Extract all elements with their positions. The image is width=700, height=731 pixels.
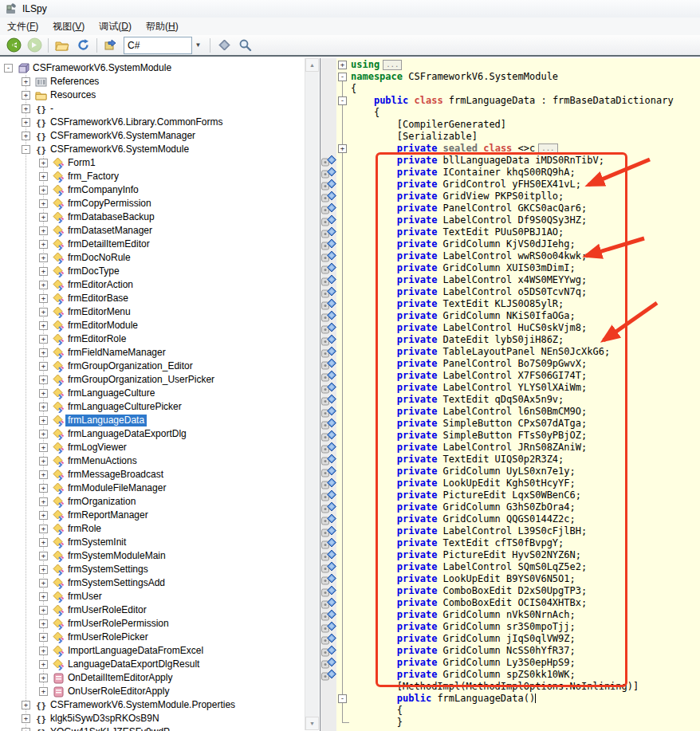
tree-item[interactable]: +OnUserRoleEditorApply [0,685,307,698]
tree-expander[interactable]: + [22,91,30,100]
tree-item[interactable]: +{}- [0,102,307,116]
tree-item[interactable]: +frmLanguageCulturePicker [0,400,307,414]
tree-expander[interactable]: + [39,294,48,303]
tree-item[interactable]: +frmSystemInit [0,536,307,549]
tree-item[interactable]: +frmOrganization [0,495,307,509]
tree-expander[interactable]: + [39,443,48,452]
tree-item[interactable]: +frmSystemSettingsAdd [0,576,307,590]
tree-item[interactable]: +OnDetailItemEditorApply [0,671,307,685]
tree-expander[interactable]: + [39,552,48,560]
tree-expander[interactable]: + [39,660,48,669]
refresh-button[interactable] [73,37,92,54]
tree-expander[interactable]: + [39,579,48,588]
tree-item[interactable]: +{}klgk5iSywD3spRKOsB9N [0,712,307,725]
tree-expander[interactable]: + [39,281,48,289]
tree-expander[interactable]: + [22,714,30,723]
tree-expander[interactable]: + [39,511,48,520]
tree-expander[interactable]: + [39,457,48,466]
tree-expander[interactable]: + [39,647,48,655]
tree-item[interactable]: +frmGroupOrganization_UserPicker [0,373,307,387]
fold-toggle[interactable]: - [338,694,347,703]
tree-item[interactable]: +frmLanguageDataExportDlg [0,427,307,441]
assembly-list-button[interactable] [101,37,120,54]
tree-expander[interactable]: + [22,77,30,86]
tree-expander[interactable]: + [39,687,48,696]
tree-item[interactable]: +frmUserRolePicker [0,631,307,644]
tree-expander[interactable]: + [39,375,48,384]
tree-expander[interactable]: + [39,159,48,167]
forward-button[interactable] [25,37,44,54]
tree-item[interactable]: +frm_Factory [0,170,307,183]
tree-expander[interactable]: + [39,240,48,249]
tree-expander[interactable]: + [39,389,48,398]
tree-item[interactable]: +{}YOGw41SxKLJZESFv9wdP [0,725,307,731]
tree-expander[interactable]: + [39,565,48,574]
tree-expander[interactable]: + [39,267,48,276]
tree-expander[interactable]: + [22,701,30,709]
tree-item[interactable]: +frmEditorModule [0,319,307,332]
tree-item[interactable]: -CSFrameworkV6.SystemModule [0,61,307,75]
fold-toggle[interactable]: + [338,144,347,153]
tree-expander[interactable]: + [39,335,48,344]
tree-item[interactable]: +frmDocType [0,265,307,278]
tree-item[interactable]: +{}CSFrameworkV6.Library.CommonForms [0,116,307,129]
tree-expander[interactable]: + [39,362,48,371]
tree-item[interactable]: +{}CSFrameworkV6.SystemManager [0,129,307,143]
tree-expander[interactable]: + [39,497,48,506]
tree-expander[interactable]: + [22,728,30,731]
tree-item[interactable]: +frmReportManager [0,509,307,522]
tree-item[interactable]: +frmCopyPermission [0,197,307,210]
tree-item[interactable]: +frmSystemModuleMain [0,549,307,563]
collapsed-region-box[interactable]: ... [538,143,557,154]
scroll-up-icon[interactable]: ▲ [305,58,319,72]
tree-item[interactable]: +frmMenuActions [0,454,307,468]
tree-item[interactable]: +ImportLanguageDataFromExcel [0,644,307,658]
tree-expander[interactable]: + [39,633,48,642]
tree-expander[interactable]: + [39,308,48,316]
tree-item[interactable]: +frmLanguageCulture [0,387,307,400]
tree-item[interactable]: +frmUserRolePermission [0,617,307,631]
tree-item[interactable]: +LanguageDataExportDlgResult [0,658,307,671]
tree-expander[interactable]: + [39,538,48,547]
tree-item[interactable]: +{}CSFrameworkV6.SystemModule.Properties [0,698,307,712]
tree-item[interactable]: +frmEditorRole [0,332,307,346]
search-button[interactable] [235,37,254,54]
tree-expander[interactable]: + [39,674,48,682]
tree-item[interactable]: +Form1 [0,156,307,170]
tree-expander[interactable]: + [39,592,48,601]
tree-item[interactable]: +frmUser [0,590,307,603]
menu-item[interactable]: 视图(V) [45,18,92,36]
tree-item[interactable]: +frmUserRoleEditor [0,603,307,617]
collapsed-region-box[interactable]: ... [383,60,402,70]
tree-expander[interactable]: + [39,321,48,330]
tree-item[interactable]: +frmEditorBase [0,292,307,305]
tree-item[interactable]: +frmDatabaseBackup [0,210,307,224]
tree-item[interactable]: +frmGroupOrganization_Editor [0,360,307,373]
tree-expander[interactable]: + [39,484,48,493]
tree-expander[interactable]: + [39,403,48,411]
tree-item[interactable]: +Resources [0,88,307,102]
tree-item[interactable]: +frmLogViewer [0,441,307,454]
tree-item[interactable]: +frmDatasetManager [0,224,307,238]
tree-item[interactable]: +frmRole [0,522,307,536]
language-select[interactable]: C# ▼ [124,37,204,53]
menu-item[interactable]: 帮助(H) [139,18,186,36]
back-button[interactable] [4,37,23,54]
filter-button[interactable] [214,37,234,54]
tree-expander[interactable]: - [22,145,30,154]
tree-expander[interactable]: + [39,470,48,479]
tree-item[interactable]: +frmEditorAction [0,278,307,292]
tree-item[interactable]: +frmMessageBroadcast [0,468,307,481]
tree-expander[interactable]: + [39,348,48,357]
tree-expander[interactable]: - [4,64,13,73]
tree-item[interactable]: +frmFieldNameManager [0,346,307,360]
chevron-down-icon[interactable]: ▼ [192,37,204,53]
tree-expander[interactable]: + [39,430,48,438]
tree-expander[interactable]: + [39,226,48,235]
open-file-button[interactable] [53,37,72,54]
fold-toggle[interactable]: + [338,61,347,69]
tree-expander[interactable]: + [39,525,48,533]
tree-item[interactable]: +frmDetailItemEditor [0,238,307,251]
tree-expander[interactable]: + [39,416,48,425]
menu-item[interactable]: 调试(D) [92,18,139,36]
